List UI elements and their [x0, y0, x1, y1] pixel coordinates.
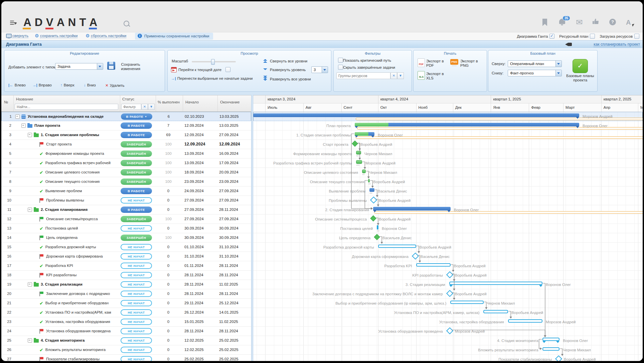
- move-up-button[interactable]: ↑Вверх: [60, 83, 74, 87]
- table-row[interactable]: 9✔Выявление проблемВ РАБОТЕ024.09.202427…: [1, 187, 251, 196]
- gantt-summary-bar[interactable]: [542, 338, 560, 341]
- table-row[interactable]: 31. Стадия описания проблемыВ РАБОТЕ6912…: [1, 130, 251, 140]
- status-badge[interactable]: ЗАВЕРШЁН: [121, 169, 152, 175]
- status-badge[interactable]: НЕ НАЧАТ: [121, 272, 152, 278]
- font-tool-icon[interactable]: A: [626, 19, 634, 27]
- expand-all-label[interactable]: Развернуть все уровни: [270, 77, 311, 81]
- critical-path-checkbox[interactable]: [338, 58, 343, 63]
- png-icon[interactable]: PNG: [450, 59, 458, 65]
- chevron-down-icon[interactable]: ▼: [148, 104, 155, 110]
- table-row[interactable]: 27Показатели стабилизированыНЕ НАЧАТ025.…: [1, 355, 251, 361]
- gantt-planned-bar[interactable]: [378, 245, 416, 248]
- status-badge[interactable]: НЕ НАЧАТ: [121, 197, 152, 204]
- delete-button[interactable]: ✕Удалить: [105, 83, 125, 88]
- status-badge[interactable]: НЕ НАЧАТ: [121, 328, 152, 334]
- gantt-summary-bar[interactable]: [373, 207, 451, 211]
- help-icon[interactable]: ?: [609, 19, 617, 27]
- table-row[interactable]: 17✔Разработка KPIНЕ НАЧАТ001.11.202428.1…: [1, 261, 251, 271]
- gantt-planned-bar[interactable]: [508, 319, 542, 323]
- status-badge[interactable]: НЕ НАЧАТ: [121, 300, 152, 306]
- table-row[interactable]: 12Описание системы/процессаЗАВЕРШЁН10027…: [1, 215, 251, 224]
- scale-slider[interactable]: [192, 61, 236, 62]
- table-row[interactable]: 10Проблемы выявленыНЕ НАЧАТ027.09.202427…: [1, 196, 251, 205]
- task-name-cell[interactable]: 2. Стадия планирования: [14, 205, 133, 214]
- status-badge[interactable]: НЕ НАЧАТ: [121, 291, 152, 297]
- gantt-summary-bar[interactable]: [355, 123, 579, 126]
- table-row[interactable]: 193. Стадия реализацииНЕ НАЧАТ028.11.202…: [1, 280, 251, 289]
- status-filter-clear-button[interactable]: ✕: [141, 104, 148, 110]
- gantt-task-bar[interactable]: [369, 188, 374, 192]
- table-row[interactable]: 112. Стадия планированияВ РАБОТЕ027.09.2…: [1, 205, 251, 215]
- table-row[interactable]: 24Установка оборудования проведенаНЕ НАЧ…: [1, 327, 251, 336]
- thumbs-up-icon[interactable]: [593, 19, 601, 27]
- gantt-view-checkbox[interactable]: [549, 34, 554, 39]
- table-row[interactable]: 15✔Разработка дорожной картыНЕ НАЧАТ001.…: [1, 243, 251, 252]
- hide-done-checkbox[interactable]: [338, 65, 343, 70]
- baseline-top-select[interactable]: Оперативный план: [508, 60, 562, 67]
- gantt-planned-bar[interactable]: [450, 301, 483, 304]
- table-row[interactable]: 6✔Разработка графика встреч рабочейЗАВЕР…: [1, 158, 251, 168]
- notifications-bell-icon[interactable]: 35: [559, 19, 567, 27]
- table-row[interactable]: 14Цель определенаЗАВЕРШЁН10030.09.202430…: [1, 233, 251, 243]
- export-pdf-button[interactable]: Экспорт в PDF: [426, 59, 448, 68]
- status-badge[interactable]: ЗАВЕРШЁН: [121, 150, 152, 157]
- gantt-planned-bar[interactable]: [483, 310, 508, 313]
- status-badge[interactable]: ЗАВЕРШЁН: [121, 178, 152, 185]
- task-name-cell[interactable]: План проекта: [14, 121, 127, 130]
- gantt-task-bar[interactable]: [356, 160, 362, 164]
- status-badge[interactable]: НЕ НАЧАТ: [121, 225, 152, 232]
- element-type-select[interactable]: Задача: [55, 63, 103, 70]
- status-badge[interactable]: НЕ НАЧАТ: [121, 244, 152, 250]
- table-row[interactable]: 22✔Установка ПО и настройка(АРМ, камНЕ Н…: [1, 308, 251, 317]
- col-num[interactable]: №: [4, 100, 8, 104]
- table-row[interactable]: 1Установка видеонаблюдения на складеВ РА…: [1, 112, 251, 121]
- expand-toggle[interactable]: [28, 338, 32, 343]
- export-xls-button[interactable]: Экспорт в XLS: [426, 72, 448, 80]
- mail-icon[interactable]: ✉: [576, 19, 584, 27]
- status-badge[interactable]: НЕ НАЧАТ: [121, 347, 152, 353]
- resource-groups-input[interactable]: [336, 72, 390, 79]
- reset-settings-link[interactable]: сбросить настройки: [91, 34, 126, 38]
- menu-icon[interactable]: [10, 21, 17, 25]
- table-row[interactable]: 26✔Вложить результаты мониторингаНЕ НАЧА…: [1, 345, 251, 355]
- status-badge[interactable]: НЕ НАЧАТ: [121, 319, 152, 325]
- gantt-planned-bar[interactable]: [416, 263, 451, 267]
- expand-level-select[interactable]: 3: [311, 66, 328, 73]
- table-row[interactable]: 8✔Описание текущего состоянияЗАВЕРШЁН100…: [1, 177, 251, 187]
- task-name-cell[interactable]: 1. Стадия описания проблемы: [14, 130, 133, 139]
- table-row[interactable]: 7✔Описание целевого состоянияЗАВЕРШЁН100…: [1, 168, 251, 177]
- gantt-task-bar[interactable]: [377, 225, 378, 230]
- gantt-summary-bar[interactable]: [449, 282, 542, 285]
- search-icon[interactable]: [124, 21, 129, 26]
- status-badge[interactable]: НЕ НАЧАТ: [121, 253, 152, 260]
- table-row[interactable]: 18KPI разработаныНЕ НАЧАТ028.11.202428.1…: [1, 271, 251, 280]
- export-png-button[interactable]: Экспорт в PNG: [460, 59, 482, 68]
- status-badge[interactable]: ЗАВЕРШЁН: [121, 141, 152, 147]
- expand-toggle[interactable]: [15, 114, 20, 119]
- status-badge[interactable]: В РАБОТЕ▼: [121, 113, 152, 120]
- col-pct[interactable]: % выполнен: [158, 100, 182, 104]
- move-right-button[interactable]: →|Вправо: [32, 83, 52, 87]
- gantt-planned-bar[interactable]: [542, 347, 560, 351]
- clear-filter-button[interactable]: ✕: [390, 72, 397, 79]
- gantt-task-bar[interactable]: [368, 179, 370, 183]
- expand-toggle[interactable]: [28, 282, 32, 287]
- chevron-down-icon[interactable]: [97, 63, 103, 69]
- status-filter-input[interactable]: [121, 104, 141, 110]
- collapse-link[interactable]: свернуть: [12, 34, 28, 38]
- chevron-down-icon[interactable]: [555, 70, 561, 76]
- resource-load-checkbox[interactable]: [634, 34, 639, 39]
- move-down-button[interactable]: ↓Вниз: [84, 83, 96, 87]
- save-settings-link[interactable]: сохранить настройки: [40, 34, 77, 38]
- task-name-cell[interactable]: 3. Стадия реализации: [14, 280, 133, 289]
- status-badge[interactable]: В РАБОТЕ: [121, 122, 152, 129]
- pdf-icon[interactable]: PDF: [418, 58, 425, 67]
- chevron-down-icon[interactable]: [322, 67, 328, 73]
- expand-toggle[interactable]: [28, 208, 32, 212]
- col-start[interactable]: Начало: [185, 100, 199, 104]
- status-badge[interactable]: НЕ НАЧАТ: [121, 263, 152, 269]
- collapse-all-label[interactable]: Свернуть все уровни: [270, 59, 307, 63]
- baseline-apply-button[interactable]: ✓: [573, 59, 588, 73]
- table-row[interactable]: 23✔Установка, настройка оборудованияНЕ Н…: [1, 317, 251, 327]
- status-badge[interactable]: НЕ НАЧАТ: [121, 281, 152, 288]
